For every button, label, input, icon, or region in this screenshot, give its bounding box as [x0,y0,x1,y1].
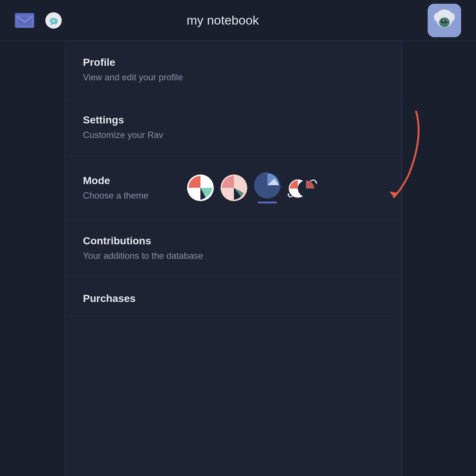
profile-subtitle: View and edit your profile [83,72,383,83]
theme-light-circle [187,174,214,201]
theme-dark-selected-indicator [258,202,277,203]
mode-menu-item: Mode Choose a theme [65,156,401,219]
theme-options [187,172,317,203]
svg-point-13 [443,20,444,22]
theme-auto-option[interactable] [287,174,317,201]
purchases-title: Purchases [83,293,383,305]
mode-subtitle: Choose a theme [83,190,180,201]
svg-point-9 [441,9,448,17]
sidebar-strip [0,41,65,476]
header-title: my notebook [18,13,428,28]
header: my notebook [0,0,476,41]
mode-row: Mode Choose a theme [83,172,383,203]
svg-point-11 [441,20,444,23]
svg-point-14 [446,20,447,22]
settings-menu-item[interactable]: Settings Customize your Rav [65,99,401,156]
purchases-menu-item[interactable]: Purchases [65,277,401,316]
mode-text: Mode Choose a theme [83,175,180,201]
svg-point-12 [445,20,448,23]
theme-dark-circle [254,172,281,199]
settings-subtitle: Customize your Rav [83,130,383,140]
theme-light-option[interactable] [187,174,214,201]
contributions-subtitle: Your additions to the database [83,251,383,261]
contributions-title: Contributions [83,235,383,247]
svg-point-15 [443,23,446,25]
theme-rose-circle [221,174,247,201]
theme-rose-option[interactable] [221,174,247,201]
theme-auto-icon [287,174,317,201]
settings-title: Settings [83,114,383,126]
right-panel [402,41,476,476]
main-content: Profile View and edit your profile Setti… [0,41,476,476]
mode-title: Mode [83,175,180,187]
svg-point-10 [439,17,450,27]
profile-menu-item[interactable]: Profile View and edit your profile [65,41,401,99]
contributions-menu-item[interactable]: Contributions Your additions to the data… [65,219,401,277]
avatar[interactable] [428,4,461,37]
profile-title: Profile [83,57,383,68]
menu-panel: Profile View and edit your profile Setti… [65,41,402,476]
theme-dark-option[interactable] [254,172,281,203]
